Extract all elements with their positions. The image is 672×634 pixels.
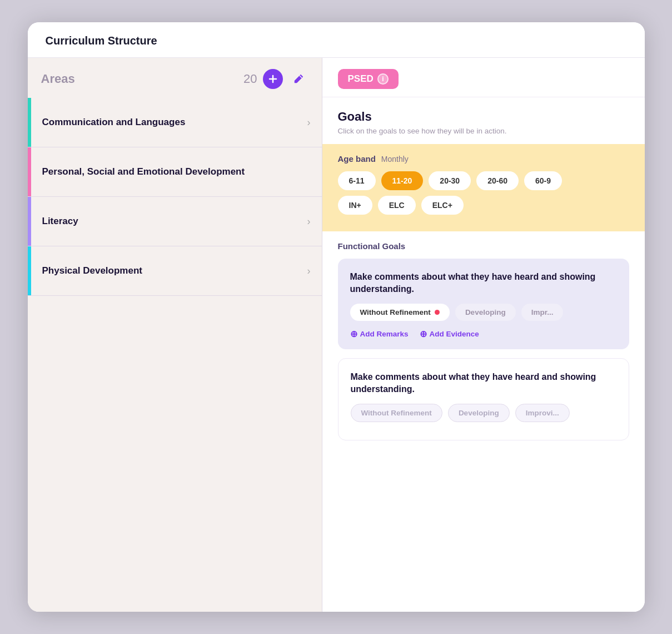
pencil-icon [292, 73, 305, 85]
pill-20-60[interactable]: 20-60 [476, 171, 519, 190]
area-text-communication: Communication and Languages [31, 103, 307, 142]
area-item-communication[interactable]: Communication and Languages › [28, 98, 322, 147]
goal-2-pill-without-refinement[interactable]: Without Refinement [351, 404, 442, 422]
age-band-frequency: Monthly [381, 155, 409, 164]
age-band-header: Age band Monthly [338, 154, 629, 164]
add-evidence-label: Add Evidence [430, 330, 479, 338]
add-remarks-label: Add Remarks [360, 330, 409, 338]
areas-label: Areas [41, 72, 238, 86]
goals-title: Goals [338, 110, 629, 124]
psed-badge[interactable]: PSED i [338, 69, 399, 89]
goal-1-pill-improving[interactable]: Impr... [521, 304, 564, 321]
area-item-personal[interactable]: Personal, Social and Emotional Developme… [28, 147, 322, 197]
area-item-physical[interactable]: Physical Development › [28, 246, 322, 296]
psed-info-icon[interactable]: i [377, 73, 389, 85]
goal-card-2-text: Make comments about what they have heard… [351, 371, 616, 396]
pill-20-30[interactable]: 20-30 [429, 171, 471, 190]
pill-11-20[interactable]: 11-20 [381, 171, 424, 190]
pill-6-11[interactable]: 6-11 [338, 171, 376, 190]
chevron-right-icon-literacy: › [307, 216, 322, 227]
main-content: Areas 20 [28, 58, 645, 612]
age-band-pills-row1: 6-11 11-20 20-30 20-60 60-9 [338, 171, 629, 190]
area-text-literacy: Literacy [31, 202, 307, 241]
goal-2-pill-developing[interactable]: Developing [448, 404, 510, 422]
age-band-section: Age band Monthly 6-11 11-20 20-30 20-60 … [322, 144, 645, 231]
psed-bar: PSED i [322, 58, 645, 97]
areas-header: Areas 20 [28, 58, 322, 98]
area-text-physical: Physical Development [31, 251, 307, 291]
goal-2-pill-improving[interactable]: Improvi... [515, 404, 570, 422]
pill-elc[interactable]: ELC [378, 196, 416, 215]
plus-icon [268, 74, 278, 84]
plus-icon-remarks: ⊕ [350, 329, 357, 339]
area-item-literacy[interactable]: Literacy › [28, 197, 322, 246]
add-remarks-link[interactable]: ⊕ Add Remarks [350, 329, 409, 339]
add-area-button[interactable] [263, 69, 283, 89]
goals-section: Goals Click on the goals to see how they… [322, 97, 645, 144]
header: Curriculum Structure [28, 22, 645, 58]
functional-goals-section: Functional Goals Make comments about wha… [322, 231, 645, 449]
functional-goals-label: Functional Goals [338, 241, 629, 251]
area-text-personal: Personal, Social and Emotional Developme… [31, 152, 322, 192]
goal-card-1: Make comments about what they have heard… [338, 259, 629, 349]
pill-in-plus[interactable]: IN+ [338, 196, 372, 215]
goal-2-pills-row: Without Refinement Developing Improvi... [351, 404, 616, 422]
psed-label: PSED [348, 73, 374, 85]
right-panel: PSED i Goals Click on the goals to see h… [322, 58, 645, 612]
goal-1-pills-row: Without Refinement Developing Impr... [350, 304, 617, 321]
areas-count: 20 [243, 72, 257, 86]
pill-60-9[interactable]: 60-9 [524, 171, 562, 190]
page-title: Curriculum Structure [46, 34, 157, 47]
goals-subtitle: Click on the goals to see how they will … [338, 127, 629, 135]
add-evidence-link[interactable]: ⊕ Add Evidence [420, 329, 479, 339]
chevron-right-icon-physical: › [307, 265, 322, 277]
plus-icon-evidence: ⊕ [420, 329, 427, 339]
goal-card-2: Make comments about what they have heard… [338, 358, 629, 440]
edit-areas-button[interactable] [288, 69, 308, 89]
dot-icon [435, 310, 440, 315]
area-list: Communication and Languages › Personal, … [28, 98, 322, 296]
goal-1-actions: ⊕ Add Remarks ⊕ Add Evidence [350, 329, 617, 339]
goal-1-pill-developing[interactable]: Developing [455, 304, 516, 321]
goal-1-pill-without-refinement[interactable]: Without Refinement [350, 304, 450, 321]
pill-elc-plus[interactable]: ELC+ [421, 196, 464, 215]
age-band-pills-row2: IN+ ELC ELC+ [338, 196, 629, 215]
age-band-label: Age band [338, 154, 376, 164]
chevron-right-icon: › [307, 117, 322, 128]
goal-card-1-text: Make comments about what they have heard… [350, 271, 617, 296]
main-card: Curriculum Structure Areas 20 [28, 22, 645, 612]
left-panel: Areas 20 [28, 58, 322, 612]
